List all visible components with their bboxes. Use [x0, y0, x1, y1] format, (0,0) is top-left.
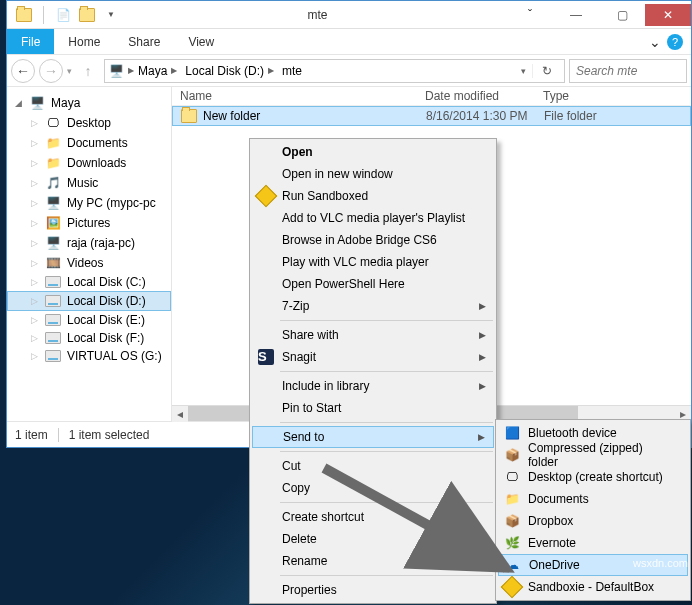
tree-caret-icon[interactable]: ▷ [29, 238, 39, 248]
tree-caret-icon[interactable]: ▷ [29, 333, 39, 343]
menu-open-powershell-here[interactable]: Open PowerShell Here [252, 273, 494, 295]
app-icon[interactable] [13, 4, 35, 26]
menu-7-zip[interactable]: 7-Zip▶ [252, 295, 494, 317]
tree-item-local-disk-c-[interactable]: ▷Local Disk (C:) [7, 273, 171, 291]
file-row[interactable]: New folder8/16/2014 1:30 PMFile folder [172, 106, 691, 126]
tree-item-pictures[interactable]: ▷🖼️Pictures [7, 213, 171, 233]
tree-caret-icon[interactable]: ◢ [13, 98, 23, 108]
tree-caret-icon[interactable]: ▷ [29, 118, 39, 128]
forward-button[interactable]: → [39, 59, 63, 83]
ribbon-help-chevron-icon[interactable]: ⌄ [649, 34, 661, 50]
address-bar[interactable]: 🖥️ ▶ Maya▶ Local Disk (D:)▶ mte ▾ ↻ [104, 59, 565, 83]
tree-caret-icon[interactable]: ▷ [29, 138, 39, 148]
onedrive-icon: ☁ [504, 556, 522, 574]
tree-caret-icon[interactable]: ▷ [29, 198, 39, 208]
menu-browse-in-adobe-bridge-cs6[interactable]: Browse in Adobe Bridge CS6 [252, 229, 494, 251]
nav-tree[interactable]: ◢ 🖥️ Maya ▷🖵Desktop▷📁Documents▷📁Download… [7, 87, 172, 421]
menu-rename[interactable]: Rename [252, 550, 494, 572]
maximize-button[interactable]: ▢ [599, 4, 645, 26]
tree-item-desktop[interactable]: ▷🖵Desktop [7, 113, 171, 133]
menu-pin-to-start[interactable]: Pin to Start [252, 397, 494, 419]
refresh-button[interactable]: ↻ [532, 64, 560, 78]
history-dropdown-icon[interactable]: ▾ [67, 66, 72, 76]
search-box[interactable] [569, 59, 687, 83]
tree-caret-icon[interactable]: ▷ [29, 178, 39, 188]
menu-run-sandboxed[interactable]: Run Sandboxed [252, 185, 494, 207]
tree-item-music[interactable]: ▷🎵Music [7, 173, 171, 193]
ribbon-collapse-icon[interactable]: ˇ [507, 4, 553, 26]
breadcrumb-local-disk-d[interactable]: Local Disk (D:)▶ [181, 64, 278, 78]
context-menu[interactable]: OpenOpen in new windowRun SandboxedAdd t… [249, 138, 497, 604]
menu-item-label: Sandboxie - DefaultBox [528, 580, 654, 594]
tree-item-downloads[interactable]: ▷📁Downloads [7, 153, 171, 173]
menu-copy[interactable]: Copy [252, 477, 494, 499]
sendto-dropbox[interactable]: 📦Dropbox [498, 510, 688, 532]
tree-item-documents[interactable]: ▷📁Documents [7, 133, 171, 153]
close-button[interactable]: ✕ [645, 4, 691, 26]
search-input[interactable] [576, 64, 680, 78]
menu-item-label: Delete [282, 532, 317, 546]
scroll-left-icon[interactable]: ◂ [172, 406, 188, 422]
col-date[interactable]: Date modified [425, 89, 543, 103]
col-name[interactable]: Name [180, 89, 425, 103]
drive-icon [45, 350, 61, 362]
breadcrumb-mte[interactable]: mte [278, 64, 306, 78]
tree-item-my-pc-mypc-pc[interactable]: ▷🖥️My PC (mypc-pc [7, 193, 171, 213]
tab-home[interactable]: Home [54, 31, 114, 53]
menu-add-to-vlc-media-player-s-playlist[interactable]: Add to VLC media player's Playlist [252, 207, 494, 229]
sendto-documents[interactable]: 📁Documents [498, 488, 688, 510]
qat-properties-icon[interactable]: 📄 [52, 4, 74, 26]
menu-create-shortcut[interactable]: Create shortcut [252, 506, 494, 528]
menu-snagit[interactable]: SSnagit▶ [252, 346, 494, 368]
tab-view[interactable]: View [174, 31, 228, 53]
sendto-sandboxie-defaultbox[interactable]: Sandboxie - DefaultBox [498, 576, 688, 598]
watermark: wsxdn.com [633, 557, 688, 569]
tree-root[interactable]: ◢ 🖥️ Maya [7, 93, 171, 113]
up-button[interactable]: ↑ [76, 59, 100, 83]
tree-item-local-disk-d-[interactable]: ▷Local Disk (D:) [7, 291, 171, 311]
menu-cut[interactable]: Cut [252, 455, 494, 477]
menu-delete[interactable]: Delete [252, 528, 494, 550]
menu-properties[interactable]: Properties [252, 579, 494, 601]
tree-item-virtual-os-g-[interactable]: ▷VIRTUAL OS (G:) [7, 347, 171, 365]
sendto-evernote[interactable]: 🌿Evernote [498, 532, 688, 554]
col-type[interactable]: Type [543, 89, 683, 103]
tree-item-local-disk-f-[interactable]: ▷Local Disk (F:) [7, 329, 171, 347]
tree-item-raja-raja-pc-[interactable]: ▷🖥️raja (raja-pc) [7, 233, 171, 253]
tree-item-label: Music [67, 176, 98, 190]
menu-item-label: Browse in Adobe Bridge CS6 [282, 233, 437, 247]
window-title: mte [128, 8, 507, 22]
minimize-button[interactable]: — [553, 4, 599, 26]
column-headers[interactable]: Name Date modified Type [172, 87, 691, 106]
menu-separator [280, 575, 493, 576]
qat-newfolder-icon[interactable] [76, 4, 98, 26]
address-dropdown-icon[interactable]: ▾ [515, 66, 532, 76]
breadcrumb-maya[interactable]: Maya▶ [134, 64, 181, 78]
desktop-icon: 🖵 [45, 115, 61, 131]
qat-dropdown-icon[interactable]: ▼ [100, 4, 122, 26]
menu-open-in-new-window[interactable]: Open in new window [252, 163, 494, 185]
tree-caret-icon[interactable]: ▷ [29, 158, 39, 168]
drive-icon [45, 332, 61, 344]
tab-share[interactable]: Share [114, 31, 174, 53]
tree-caret-icon[interactable]: ▷ [29, 258, 39, 268]
back-button[interactable]: ← [11, 59, 35, 83]
menu-play-with-vlc-media-player[interactable]: Play with VLC media player [252, 251, 494, 273]
tree-caret-icon[interactable]: ▷ [29, 296, 39, 306]
tree-caret-icon[interactable]: ▷ [29, 277, 39, 287]
help-icon[interactable]: ? [667, 34, 683, 50]
menu-send-to[interactable]: Send to▶ [252, 426, 494, 448]
tree-caret-icon[interactable]: ▷ [29, 218, 39, 228]
sendto-compressed-zipped-folder[interactable]: 📦Compressed (zipped) folder [498, 444, 688, 466]
tree-caret-icon[interactable]: ▷ [29, 315, 39, 325]
menu-include-in-library[interactable]: Include in library▶ [252, 375, 494, 397]
tree-item-local-disk-e-[interactable]: ▷Local Disk (E:) [7, 311, 171, 329]
menu-open[interactable]: Open [252, 141, 494, 163]
menu-share-with[interactable]: Share with▶ [252, 324, 494, 346]
sendto-desktop-create-shortcut-[interactable]: 🖵Desktop (create shortcut) [498, 466, 688, 488]
tree-caret-icon[interactable]: ▷ [29, 351, 39, 361]
zip-icon: 📦 [503, 446, 521, 464]
tree-item-videos[interactable]: ▷🎞️Videos [7, 253, 171, 273]
file-menu-button[interactable]: File [7, 29, 54, 54]
sendto-submenu[interactable]: 🟦Bluetooth device📦Compressed (zipped) fo… [495, 419, 691, 601]
